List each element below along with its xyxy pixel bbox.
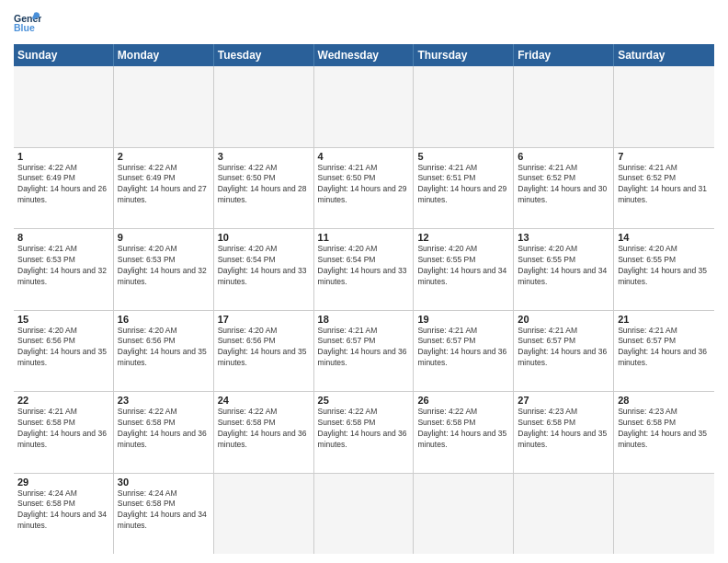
day-cell-26: 26Sunrise: 4:22 AMSunset: 6:58 PMDayligh… bbox=[414, 392, 514, 473]
day-info: Sunrise: 4:20 AMSunset: 6:56 PMDaylight:… bbox=[118, 326, 210, 370]
day-info: Sunrise: 4:21 AMSunset: 6:52 PMDaylight:… bbox=[618, 163, 711, 207]
day-cell-28: 28Sunrise: 4:23 AMSunset: 6:58 PMDayligh… bbox=[614, 392, 714, 473]
day-number: 4 bbox=[318, 151, 410, 162]
day-cell-15: 15Sunrise: 4:20 AMSunset: 6:56 PMDayligh… bbox=[14, 311, 114, 392]
day-cell-24: 24Sunrise: 4:22 AMSunset: 6:58 PMDayligh… bbox=[214, 392, 314, 473]
day-cell-16: 16Sunrise: 4:20 AMSunset: 6:56 PMDayligh… bbox=[114, 311, 214, 392]
calendar: SundayMondayTuesdayWednesdayThursdayFrid… bbox=[14, 44, 714, 554]
day-number: 20 bbox=[518, 314, 609, 325]
day-number: 11 bbox=[318, 232, 410, 243]
day-number: 26 bbox=[417, 395, 509, 406]
day-info: Sunrise: 4:20 AMSunset: 6:53 PMDaylight:… bbox=[118, 244, 210, 288]
day-number: 29 bbox=[17, 477, 109, 488]
day-info: Sunrise: 4:22 AMSunset: 6:58 PMDaylight:… bbox=[218, 407, 310, 451]
day-number: 19 bbox=[417, 314, 509, 325]
day-cell-23: 23Sunrise: 4:22 AMSunset: 6:58 PMDayligh… bbox=[114, 392, 214, 473]
day-info: Sunrise: 4:21 AMSunset: 6:57 PMDaylight:… bbox=[417, 326, 509, 370]
day-info: Sunrise: 4:20 AMSunset: 6:54 PMDaylight:… bbox=[318, 244, 410, 288]
day-info: Sunrise: 4:21 AMSunset: 6:57 PMDaylight:… bbox=[518, 326, 609, 370]
day-cell-22: 22Sunrise: 4:21 AMSunset: 6:58 PMDayligh… bbox=[14, 392, 114, 473]
day-info: Sunrise: 4:22 AMSunset: 6:58 PMDaylight:… bbox=[417, 407, 509, 451]
day-cell-25: 25Sunrise: 4:22 AMSunset: 6:58 PMDayligh… bbox=[314, 392, 415, 473]
day-info: Sunrise: 4:23 AMSunset: 6:58 PMDaylight:… bbox=[618, 407, 711, 451]
day-number: 28 bbox=[618, 395, 711, 406]
empty-cell bbox=[614, 474, 714, 555]
day-number: 10 bbox=[218, 232, 310, 243]
day-info: Sunrise: 4:22 AMSunset: 6:50 PMDaylight:… bbox=[218, 163, 310, 207]
day-info: Sunrise: 4:21 AMSunset: 6:50 PMDaylight:… bbox=[318, 163, 410, 207]
day-info: Sunrise: 4:20 AMSunset: 6:56 PMDaylight:… bbox=[218, 326, 310, 370]
calendar-row-5: 29Sunrise: 4:24 AMSunset: 6:58 PMDayligh… bbox=[14, 474, 714, 555]
weekday-header-monday: Monday bbox=[114, 44, 214, 66]
empty-cell bbox=[414, 66, 514, 147]
header: General Blue bbox=[14, 9, 714, 37]
day-info: Sunrise: 4:20 AMSunset: 6:55 PMDaylight:… bbox=[417, 244, 509, 288]
day-cell-4: 4Sunrise: 4:21 AMSunset: 6:50 PMDaylight… bbox=[314, 148, 415, 229]
day-cell-29: 29Sunrise: 4:24 AMSunset: 6:58 PMDayligh… bbox=[14, 474, 114, 555]
calendar-row-2: 8Sunrise: 4:21 AMSunset: 6:53 PMDaylight… bbox=[14, 229, 714, 311]
day-info: Sunrise: 4:22 AMSunset: 6:49 PMDaylight:… bbox=[118, 163, 210, 207]
day-number: 17 bbox=[218, 314, 310, 325]
day-info: Sunrise: 4:23 AMSunset: 6:58 PMDaylight:… bbox=[518, 407, 609, 451]
day-number: 12 bbox=[417, 232, 509, 243]
day-cell-9: 9Sunrise: 4:20 AMSunset: 6:53 PMDaylight… bbox=[114, 229, 214, 310]
day-number: 24 bbox=[218, 395, 310, 406]
day-cell-1: 1Sunrise: 4:22 AMSunset: 6:49 PMDaylight… bbox=[14, 148, 114, 229]
day-number: 13 bbox=[518, 232, 609, 243]
calendar-row-0 bbox=[14, 66, 714, 148]
day-cell-6: 6Sunrise: 4:21 AMSunset: 6:52 PMDaylight… bbox=[514, 148, 614, 229]
day-number: 16 bbox=[118, 314, 210, 325]
day-info: Sunrise: 4:22 AMSunset: 6:58 PMDaylight:… bbox=[118, 407, 210, 451]
day-cell-12: 12Sunrise: 4:20 AMSunset: 6:55 PMDayligh… bbox=[414, 229, 514, 310]
calendar-header: SundayMondayTuesdayWednesdayThursdayFrid… bbox=[14, 44, 714, 66]
empty-cell bbox=[314, 66, 415, 147]
calendar-body: 1Sunrise: 4:22 AMSunset: 6:49 PMDaylight… bbox=[14, 66, 714, 554]
day-cell-30: 30Sunrise: 4:24 AMSunset: 6:58 PMDayligh… bbox=[114, 474, 214, 555]
calendar-row-3: 15Sunrise: 4:20 AMSunset: 6:56 PMDayligh… bbox=[14, 311, 714, 393]
day-number: 22 bbox=[17, 395, 109, 406]
day-cell-19: 19Sunrise: 4:21 AMSunset: 6:57 PMDayligh… bbox=[414, 311, 514, 392]
empty-cell bbox=[214, 66, 314, 147]
day-cell-13: 13Sunrise: 4:20 AMSunset: 6:55 PMDayligh… bbox=[514, 229, 614, 310]
day-info: Sunrise: 4:21 AMSunset: 6:57 PMDaylight:… bbox=[618, 326, 711, 370]
day-number: 9 bbox=[118, 232, 210, 243]
calendar-row-4: 22Sunrise: 4:21 AMSunset: 6:58 PMDayligh… bbox=[14, 392, 714, 474]
day-info: Sunrise: 4:24 AMSunset: 6:58 PMDaylight:… bbox=[118, 488, 210, 533]
weekday-header-sunday: Sunday bbox=[14, 44, 114, 66]
day-cell-3: 3Sunrise: 4:22 AMSunset: 6:50 PMDaylight… bbox=[214, 148, 314, 229]
day-cell-17: 17Sunrise: 4:20 AMSunset: 6:56 PMDayligh… bbox=[214, 311, 314, 392]
day-number: 23 bbox=[118, 395, 210, 406]
day-cell-2: 2Sunrise: 4:22 AMSunset: 6:49 PMDaylight… bbox=[114, 148, 214, 229]
empty-cell bbox=[14, 66, 114, 147]
day-cell-10: 10Sunrise: 4:20 AMSunset: 6:54 PMDayligh… bbox=[214, 229, 314, 310]
day-cell-7: 7Sunrise: 4:21 AMSunset: 6:52 PMDaylight… bbox=[614, 148, 714, 229]
day-info: Sunrise: 4:21 AMSunset: 6:53 PMDaylight:… bbox=[17, 244, 109, 288]
day-number: 14 bbox=[618, 232, 711, 243]
logo: General Blue bbox=[14, 9, 41, 37]
empty-cell bbox=[614, 66, 714, 147]
day-number: 18 bbox=[318, 314, 410, 325]
weekday-header-wednesday: Wednesday bbox=[314, 44, 415, 66]
day-number: 7 bbox=[618, 151, 711, 162]
day-cell-27: 27Sunrise: 4:23 AMSunset: 6:58 PMDayligh… bbox=[514, 392, 614, 473]
day-cell-14: 14Sunrise: 4:20 AMSunset: 6:55 PMDayligh… bbox=[614, 229, 714, 310]
empty-cell bbox=[114, 66, 214, 147]
day-info: Sunrise: 4:21 AMSunset: 6:57 PMDaylight:… bbox=[318, 326, 410, 370]
day-info: Sunrise: 4:24 AMSunset: 6:58 PMDaylight:… bbox=[17, 488, 109, 533]
logo-icon: General Blue bbox=[14, 9, 41, 37]
empty-cell bbox=[514, 66, 614, 147]
weekday-header-thursday: Thursday bbox=[414, 44, 514, 66]
day-info: Sunrise: 4:21 AMSunset: 6:52 PMDaylight:… bbox=[518, 163, 609, 207]
day-cell-8: 8Sunrise: 4:21 AMSunset: 6:53 PMDaylight… bbox=[14, 229, 114, 310]
weekday-header-friday: Friday bbox=[514, 44, 614, 66]
day-number: 6 bbox=[518, 151, 609, 162]
day-number: 27 bbox=[518, 395, 609, 406]
day-number: 3 bbox=[218, 151, 310, 162]
empty-cell bbox=[514, 474, 614, 555]
main-container: General Blue SundayMondayTuesdayWednesda… bbox=[0, 0, 728, 563]
day-info: Sunrise: 4:20 AMSunset: 6:55 PMDaylight:… bbox=[618, 244, 711, 288]
day-info: Sunrise: 4:22 AMSunset: 6:49 PMDaylight:… bbox=[17, 163, 109, 207]
day-cell-20: 20Sunrise: 4:21 AMSunset: 6:57 PMDayligh… bbox=[514, 311, 614, 392]
empty-cell bbox=[414, 474, 514, 555]
calendar-row-1: 1Sunrise: 4:22 AMSunset: 6:49 PMDaylight… bbox=[14, 148, 714, 230]
